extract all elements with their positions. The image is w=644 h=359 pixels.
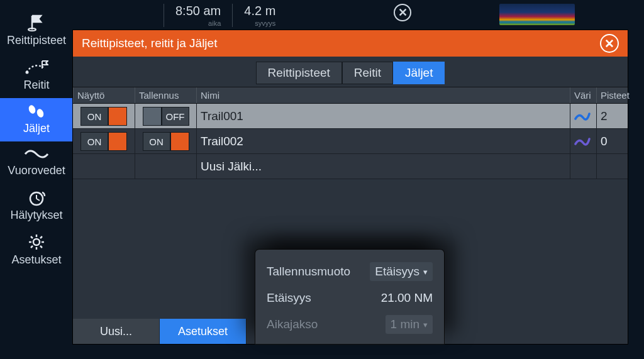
settings-popup: Tallennusmuoto Etäisyys ▾ Etäisyys 21.00… bbox=[255, 250, 444, 344]
table-row[interactable]: ON ON Trail002 0 bbox=[73, 129, 628, 154]
svg-point-5 bbox=[33, 239, 40, 245]
tab-waypoints[interactable]: Reittipisteet bbox=[256, 62, 342, 84]
display-toggle[interactable]: ON bbox=[80, 132, 127, 151]
toggle-indicator bbox=[108, 107, 127, 126]
footsteps-icon bbox=[26, 103, 47, 119]
chevron-down-icon: ▾ bbox=[423, 267, 428, 277]
chevron-down-icon: ▾ bbox=[423, 320, 428, 329]
sidebar-item-settings[interactable]: Asetukset bbox=[0, 228, 73, 273]
settings-button[interactable]: Asetukset bbox=[160, 319, 247, 344]
toggle-label: ON bbox=[80, 132, 108, 151]
alarm-icon bbox=[27, 189, 46, 206]
format-label: Tallennusmuoto bbox=[267, 265, 364, 279]
trail-color-icon bbox=[570, 129, 596, 153]
col-points: Pisteet bbox=[596, 87, 628, 103]
sonar-preview[interactable] bbox=[499, 4, 575, 25]
status-depth-value: 4.2 m bbox=[244, 4, 275, 18]
status-depth-label: syvyys bbox=[244, 19, 275, 27]
format-value: Etäisyys bbox=[375, 265, 419, 279]
table-header: Näyttö Tallennus Nimi Väri Pisteet bbox=[73, 87, 628, 104]
sidebar-item-label: Jäljet bbox=[23, 122, 50, 135]
distance-value: 21.00 NM bbox=[381, 291, 433, 305]
dialog-title: Reittipisteet, reitit ja Jäljet bbox=[82, 36, 217, 50]
svg-point-1 bbox=[26, 71, 29, 74]
close-icon[interactable]: ✕ bbox=[394, 4, 411, 21]
new-trail-row[interactable]: Uusi Jälki... bbox=[73, 154, 628, 179]
trail-points: 0 bbox=[596, 129, 628, 153]
col-display: Näyttö bbox=[73, 87, 135, 103]
dialog-close-icon[interactable]: ✕ bbox=[600, 34, 619, 53]
trail-name: Trail002 bbox=[196, 129, 570, 153]
sidebar: Reittipisteet Reitit Jäljet Vuorovedet H… bbox=[0, 9, 73, 273]
sidebar-item-label: Reittipisteet bbox=[7, 34, 66, 47]
distance-label: Etäisyys bbox=[267, 291, 375, 305]
sidebar-item-label: Vuorovedet bbox=[8, 164, 65, 177]
sidebar-item-trails[interactable]: Jäljet bbox=[0, 98, 73, 141]
toggle-label: OFF bbox=[162, 107, 189, 126]
record-toggle[interactable]: OFF bbox=[143, 107, 189, 126]
new-button[interactable]: Uusi... bbox=[73, 319, 160, 344]
status-time-label: aika bbox=[175, 19, 221, 27]
period-value: 1 min bbox=[391, 318, 419, 331]
toggle-indicator bbox=[143, 107, 162, 126]
popup-row-distance[interactable]: Etäisyys 21.00 NM bbox=[267, 285, 433, 311]
tab-trails[interactable]: Jäljet bbox=[393, 62, 445, 84]
format-dropdown[interactable]: Etäisyys ▾ bbox=[370, 262, 433, 281]
popup-row-format[interactable]: Tallennusmuoto Etäisyys ▾ bbox=[267, 258, 433, 285]
status-time: 8:50 am aika bbox=[164, 4, 232, 27]
svg-point-2 bbox=[28, 104, 36, 115]
dialog-tabs: Reittipisteet Reitit Jäljet bbox=[73, 62, 628, 84]
route-icon bbox=[25, 58, 48, 76]
toggle-label: ON bbox=[143, 132, 170, 151]
svg-point-3 bbox=[36, 108, 45, 119]
toggle-indicator bbox=[170, 132, 189, 151]
gear-icon bbox=[28, 233, 45, 251]
display-toggle[interactable]: ON bbox=[80, 107, 127, 126]
sidebar-item-waypoints[interactable]: Reittipisteet bbox=[0, 9, 73, 53]
trail-name: Trail001 bbox=[196, 104, 570, 128]
sidebar-item-alarms[interactable]: Hälytykset bbox=[0, 184, 73, 228]
sidebar-item-label: Reitit bbox=[23, 79, 49, 91]
tab-routes[interactable]: Reitit bbox=[342, 62, 393, 84]
trail-points: 2 bbox=[596, 104, 628, 128]
sidebar-item-tides[interactable]: Vuorovedet bbox=[0, 141, 73, 184]
status-time-value: 8:50 am bbox=[175, 4, 221, 18]
col-record: Tallennus bbox=[135, 87, 196, 103]
trails-dialog: Reittipisteet, reitit ja Jäljet ✕ Reitti… bbox=[73, 30, 628, 344]
toggle-label: ON bbox=[80, 107, 108, 126]
sidebar-item-label: Hälytykset bbox=[10, 209, 62, 221]
flag-icon bbox=[26, 14, 47, 31]
status-bar: 8:50 am aika 4.2 m syvyys ✕ bbox=[0, 0, 644, 28]
table-row[interactable]: ON OFF Trail001 2 bbox=[73, 104, 628, 129]
popup-row-period: Aikajakso 1 min ▾ bbox=[267, 311, 433, 338]
col-name: Nimi bbox=[196, 87, 570, 103]
period-dropdown: 1 min ▾ bbox=[386, 315, 433, 334]
status-depth: 4.2 m syvyys bbox=[232, 4, 287, 27]
col-color: Väri bbox=[570, 87, 596, 103]
period-label: Aikajakso bbox=[267, 318, 379, 331]
sidebar-item-label: Asetukset bbox=[11, 253, 61, 266]
sidebar-item-routes[interactable]: Reitit bbox=[0, 53, 73, 98]
trail-color-icon bbox=[570, 104, 596, 128]
toggle-indicator bbox=[108, 132, 127, 151]
record-toggle[interactable]: ON bbox=[143, 132, 189, 151]
wave-icon bbox=[24, 146, 49, 162]
new-trail-label: Uusi Jälki... bbox=[196, 154, 570, 179]
dialog-titlebar: Reittipisteet, reitit ja Jäljet ✕ bbox=[73, 30, 628, 57]
